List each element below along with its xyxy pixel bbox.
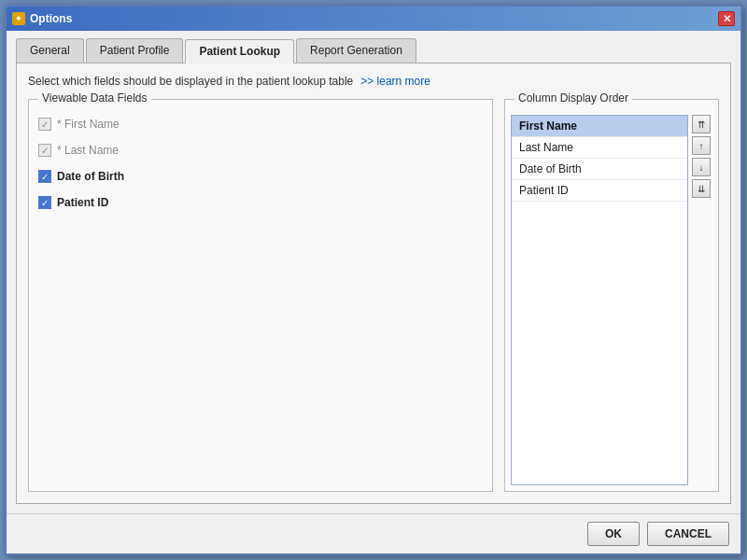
tab-bar: General Patient Profile Patient Lookup R… <box>16 38 731 63</box>
tab-general[interactable]: General <box>16 38 84 63</box>
tab-content-patient-lookup: Select which fields should be displayed … <box>16 63 731 504</box>
column-item-patient-id[interactable]: Patient ID <box>512 180 687 202</box>
viewable-panel-legend: Viewable Data Fields <box>38 91 151 105</box>
label-last-name: * Last Name <box>57 144 119 157</box>
field-row-dob[interactable]: ✓ Date of Birth <box>38 167 483 186</box>
viewable-fields-list: ✓ * First Name ✓ * Last Name <box>29 100 492 221</box>
column-display-panel: Column Display Order First Name Last Nam… <box>504 99 719 492</box>
field-row-first-name: ✓ * First Name <box>38 115 483 133</box>
required-star-last: * <box>57 144 64 157</box>
label-patient-id: Patient ID <box>57 196 108 209</box>
tab-patient-profile[interactable]: Patient Profile <box>86 38 184 63</box>
column-item-dob[interactable]: Date of Birth <box>512 159 687 180</box>
btn-move-up[interactable]: ↑ <box>692 136 711 155</box>
learn-more-link[interactable]: >> learn more <box>360 75 430 88</box>
column-inner: First Name Last Name Date of Birth Patie… <box>505 100 718 491</box>
dialog-body: General Patient Profile Patient Lookup R… <box>7 31 740 513</box>
label-first-name: * First Name <box>57 118 120 131</box>
column-item-first-name[interactable]: First Name <box>512 116 687 137</box>
tab-patient-lookup[interactable]: Patient Lookup <box>185 39 294 63</box>
column-panel-legend: Column Display Order <box>514 91 632 105</box>
field-row-patient-id[interactable]: ✓ Patient ID <box>38 193 483 212</box>
column-item-last-name[interactable]: Last Name <box>512 137 687 159</box>
btn-move-bottom[interactable]: ⇊ <box>692 179 711 198</box>
column-list: First Name Last Name Date of Birth Patie… <box>511 115 688 485</box>
dialog-footer: OK CANCEL <box>7 513 740 553</box>
checkbox-dob[interactable]: ✓ <box>38 170 51 183</box>
viewable-fields-panel: Viewable Data Fields ✓ * First Name ✓ <box>28 99 493 492</box>
column-sort-buttons: ⇈ ↑ ↓ ⇊ <box>692 115 712 485</box>
checkbox-last-name: ✓ <box>38 144 51 157</box>
checkbox-patient-id[interactable]: ✓ <box>38 196 51 209</box>
close-button[interactable]: ✕ <box>718 11 735 26</box>
field-row-last-name: ✓ * Last Name <box>38 141 483 160</box>
options-dialog: ✦ Options ✕ General Patient Profile Pati… <box>5 5 742 555</box>
title-bar-left: ✦ Options <box>12 12 72 25</box>
description-row: Select which fields should be displayed … <box>28 75 719 88</box>
btn-move-top[interactable]: ⇈ <box>692 115 711 133</box>
checkbox-first-name: ✓ <box>38 118 51 131</box>
title-bar: ✦ Options ✕ <box>7 7 740 31</box>
content-area: Viewable Data Fields ✓ * First Name ✓ <box>28 99 719 492</box>
required-star-first: * <box>57 118 64 131</box>
label-dob: Date of Birth <box>57 170 124 183</box>
dialog-icon: ✦ <box>12 12 25 25</box>
btn-move-down[interactable]: ↓ <box>692 158 711 176</box>
cancel-button[interactable]: CANCEL <box>647 522 729 546</box>
tab-report-generation[interactable]: Report Generation <box>296 38 416 63</box>
dialog-title: Options <box>30 12 72 25</box>
description-text: Select which fields should be displayed … <box>28 75 353 88</box>
ok-button[interactable]: OK <box>587 522 640 546</box>
